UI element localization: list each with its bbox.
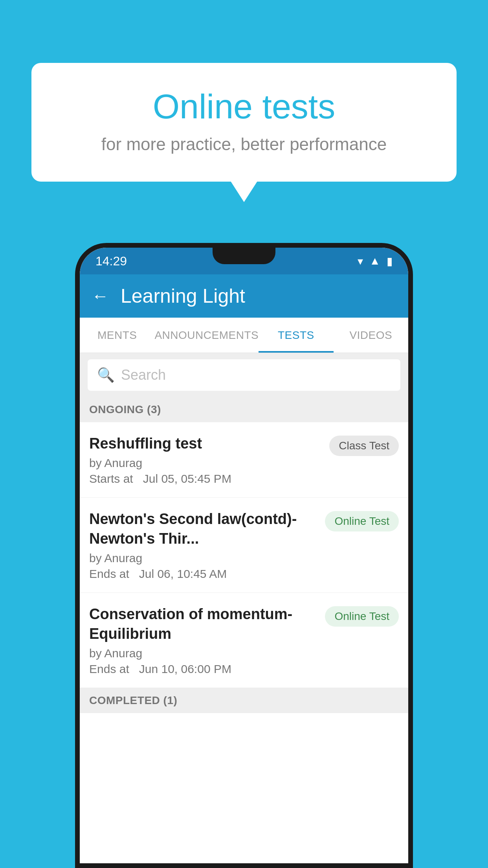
test-author-1: by Anurag <box>89 456 323 470</box>
search-icon: 🔍 <box>97 367 115 383</box>
bubble-subtitle: for more practice, better performance <box>63 134 425 154</box>
tests-list: Reshuffling test by Anurag Starts at Jul… <box>80 422 408 863</box>
notch <box>213 248 275 264</box>
test-time-2: Ends at Jul 06, 10:45 AM <box>89 567 319 581</box>
tab-announcements[interactable]: ANNOUNCEMENTS <box>154 318 259 353</box>
phone-frame: 14:29 ▾ ▲ ▮ ← Learning Light MENTS ANNOU… <box>75 243 413 868</box>
ongoing-section-header: ONGOING (3) <box>80 397 408 422</box>
tab-tests[interactable]: TESTS <box>259 318 333 353</box>
tabs-bar: MENTS ANNOUNCEMENTS TESTS VIDEOS <box>80 318 408 353</box>
wifi-icon: ▾ <box>358 255 363 268</box>
test-time-3: Ends at Jun 10, 06:00 PM <box>89 662 319 676</box>
signal-icon: ▲ <box>369 255 380 267</box>
battery-icon: ▮ <box>387 255 393 268</box>
test-time-1: Starts at Jul 05, 05:45 PM <box>89 472 323 485</box>
test-name-2: Newton's Second law(contd)-Newton's Thir… <box>89 509 319 548</box>
test-info-1: Reshuffling test by Anurag Starts at Jul… <box>89 434 323 485</box>
test-info-2: Newton's Second law(contd)-Newton's Thir… <box>89 509 319 581</box>
search-container: 🔍 Search <box>80 353 408 397</box>
test-badge-1: Class Test <box>329 436 399 456</box>
back-button[interactable]: ← <box>92 286 109 306</box>
search-bar[interactable]: 🔍 Search <box>88 359 400 391</box>
tab-ments[interactable]: MENTS <box>80 318 154 353</box>
test-item-newton[interactable]: Newton's Second law(contd)-Newton's Thir… <box>80 498 408 593</box>
status-time: 14:29 <box>95 254 127 268</box>
test-item-reshuffling[interactable]: Reshuffling test by Anurag Starts at Jul… <box>80 422 408 498</box>
completed-section-header: COMPLETED (1) <box>80 688 408 713</box>
app-title: Learning Light <box>121 285 245 307</box>
search-input[interactable]: Search <box>121 367 166 383</box>
test-name-1: Reshuffling test <box>89 434 323 453</box>
test-info-3: Conservation of momentum-Equilibrium by … <box>89 605 319 676</box>
status-icons: ▾ ▲ ▮ <box>358 255 393 268</box>
phone-screen: 14:29 ▾ ▲ ▮ ← Learning Light MENTS ANNOU… <box>80 248 408 863</box>
test-author-2: by Anurag <box>89 552 319 565</box>
test-badge-3: Online Test <box>325 606 399 627</box>
bubble-title: Online tests <box>63 86 425 127</box>
test-badge-2: Online Test <box>325 511 399 531</box>
test-name-3: Conservation of momentum-Equilibrium <box>89 605 319 644</box>
status-bar: 14:29 ▾ ▲ ▮ <box>80 248 408 274</box>
test-item-conservation[interactable]: Conservation of momentum-Equilibrium by … <box>80 593 408 688</box>
test-author-3: by Anurag <box>89 647 319 660</box>
tab-videos[interactable]: VIDEOS <box>334 318 408 353</box>
app-bar: ← Learning Light <box>80 274 408 318</box>
speech-bubble: Online tests for more practice, better p… <box>31 63 457 182</box>
